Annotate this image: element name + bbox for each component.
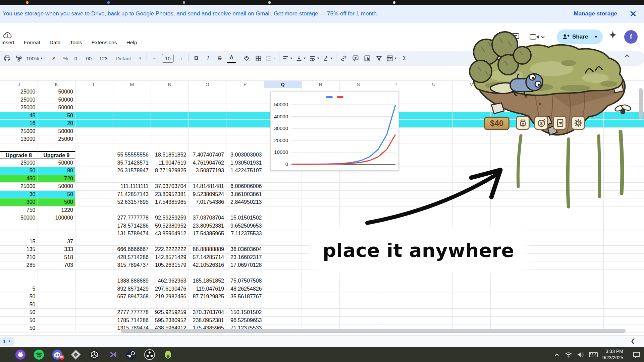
cell[interactable] — [415, 175, 453, 183]
cell[interactable]: 13000 — [0, 135, 38, 143]
money-button[interactable]: $40 — [484, 117, 509, 130]
cell[interactable] — [566, 183, 604, 191]
insert-link-icon[interactable] — [339, 53, 348, 63]
cell[interactable] — [151, 175, 189, 183]
cell[interactable]: 80 — [38, 167, 76, 175]
cell[interactable] — [38, 293, 76, 301]
embedded-chart[interactable]: 01000020000300004000050000 — [270, 92, 399, 171]
column-header-W[interactable]: W — [491, 81, 529, 88]
cell[interactable] — [453, 104, 491, 112]
cell[interactable] — [415, 151, 453, 159]
cell[interactable]: 23.16602317 — [226, 254, 264, 262]
cell[interactable]: 666.6666667 — [113, 246, 151, 254]
cell[interactable] — [264, 285, 302, 293]
cell[interactable]: 185.1851852 — [189, 277, 227, 285]
cell[interactable]: 25000 — [0, 159, 38, 167]
cell[interactable] — [415, 222, 453, 230]
cell[interactable] — [566, 222, 604, 230]
cell[interactable] — [566, 230, 604, 238]
cell[interactable] — [604, 191, 644, 199]
cell[interactable] — [604, 246, 644, 254]
cell[interactable]: 3.003003003 — [226, 151, 264, 159]
cell[interactable] — [415, 191, 453, 199]
cell[interactable] — [302, 309, 340, 317]
cell[interactable] — [264, 246, 302, 254]
cell[interactable]: 2777.777778 — [113, 309, 151, 317]
taskbar-app-visual-studio[interactable] — [107, 349, 118, 360]
cell[interactable]: 119.047619 — [189, 285, 227, 293]
cell[interactable] — [302, 222, 340, 230]
cell[interactable]: 428.5714286 — [113, 254, 151, 262]
cell[interactable] — [302, 269, 340, 278]
cell[interactable] — [491, 104, 529, 112]
comments-icon[interactable] — [511, 32, 520, 42]
cell[interactable] — [453, 198, 491, 206]
cell[interactable] — [566, 151, 604, 159]
cell[interactable] — [75, 112, 113, 120]
cell[interactable]: 333 — [38, 246, 76, 254]
cell[interactable] — [189, 120, 227, 128]
cell[interactable]: 50000 — [38, 96, 76, 104]
cell[interactable] — [415, 285, 453, 293]
cell[interactable] — [264, 317, 302, 325]
menu-insert[interactable]: Insert — [1, 39, 15, 46]
cell[interactable] — [415, 112, 453, 120]
column-header-T[interactable]: T — [377, 81, 415, 88]
cell[interactable]: 25000 — [0, 88, 38, 96]
cell[interactable] — [491, 206, 529, 215]
cell[interactable]: 720 — [38, 175, 76, 183]
cell[interactable]: 297.6190476 — [151, 285, 189, 293]
cell[interactable] — [566, 135, 604, 143]
cell[interactable] — [604, 183, 644, 191]
cell[interactable] — [604, 159, 644, 167]
cell[interactable] — [377, 317, 415, 325]
cell[interactable] — [604, 254, 644, 262]
zoom-select[interactable]: 100%▼ — [26, 53, 43, 63]
cell[interactable] — [264, 222, 302, 230]
cell[interactable] — [604, 222, 644, 230]
cell[interactable] — [75, 285, 113, 293]
cell[interactable]: 55.55555556 — [113, 151, 151, 159]
cell[interactable]: 7.112375533 — [226, 230, 264, 238]
cell[interactable] — [566, 143, 604, 152]
cell[interactable]: 50 — [0, 301, 38, 309]
cell[interactable] — [264, 238, 302, 246]
cell[interactable]: 518 — [38, 254, 76, 262]
cell[interactable]: 17.06970128 — [226, 261, 264, 269]
cell[interactable]: 36.03603604 — [226, 246, 264, 254]
insert-comment-icon[interactable] — [351, 53, 360, 63]
cell[interactable] — [491, 159, 529, 167]
cell[interactable]: 48.26254826 — [226, 285, 264, 293]
cell[interactable] — [151, 128, 189, 136]
cell[interactable] — [453, 317, 491, 325]
horizontal-scrollbar[interactable] — [121, 329, 626, 333]
cell[interactable] — [528, 277, 566, 285]
cell[interactable]: Upgrade 9 — [38, 151, 76, 159]
cell[interactable] — [453, 143, 491, 152]
cell[interactable] — [566, 301, 604, 309]
cell[interactable] — [604, 167, 644, 175]
jar-button[interactable] — [516, 116, 530, 130]
cell[interactable]: 219.2982456 — [151, 293, 189, 301]
cell[interactable]: 105.2631579 — [151, 261, 189, 269]
cell[interactable] — [415, 269, 453, 278]
cell[interactable] — [566, 96, 604, 104]
cell[interactable] — [566, 104, 604, 112]
cell[interactable]: 50000 — [38, 159, 76, 167]
cell[interactable] — [189, 206, 227, 215]
taskbar-app-github[interactable] — [15, 349, 26, 360]
paint-format-icon[interactable] — [14, 53, 23, 63]
cell[interactable] — [566, 214, 604, 222]
cell[interactable] — [226, 120, 264, 128]
cell[interactable] — [491, 143, 529, 152]
cell[interactable] — [151, 269, 189, 278]
cell[interactable] — [75, 96, 113, 104]
increase-decimal-button[interactable]: .00→ — [85, 53, 96, 63]
cell[interactable] — [151, 301, 189, 309]
cell[interactable] — [340, 285, 378, 293]
cell[interactable] — [415, 135, 453, 143]
cell[interactable] — [302, 198, 340, 206]
cell[interactable] — [453, 159, 491, 167]
cell[interactable] — [453, 285, 491, 293]
cell[interactable]: 14.81481481 — [189, 183, 227, 191]
